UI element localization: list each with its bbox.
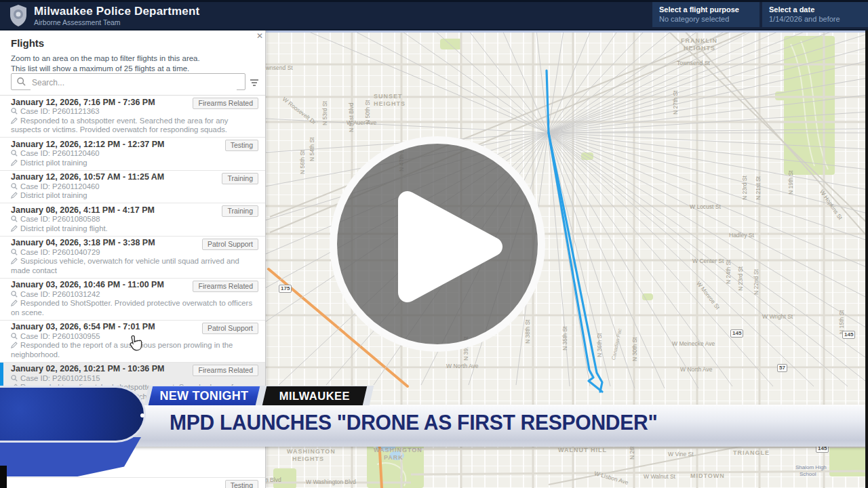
map-street-label: W North Ave: [680, 366, 713, 373]
panel-title: Flights: [11, 37, 44, 49]
flight-purpose-filter-label: Select a flight purpose: [659, 5, 753, 14]
flight-category-badge: Firearms Related: [193, 365, 258, 376]
map-street-label: PARK: [384, 454, 403, 461]
map-street-label: W Washington Blvd: [306, 479, 356, 485]
map-street-label: W Center St: [692, 258, 724, 264]
pencil-icon: [11, 342, 18, 348]
map-street-label: HEIGHTS: [684, 45, 715, 52]
flight-case-id: Case ID: P2601120460: [11, 149, 256, 159]
map-street-label: W Wright St: [762, 313, 793, 320]
map-street-label: N 56th St: [299, 150, 306, 174]
pencil-icon: [11, 300, 18, 306]
flight-list-item[interactable]: Testing Diagnostics troubleshooting of l…: [0, 478, 265, 488]
map-street-label: W Walnut St: [644, 473, 675, 480]
map-street-label: W Roosevelt Dr: [281, 96, 317, 126]
flight-list-item[interactable]: January 02, 2026, 10:21 PM - 10:36 PM Fi…: [0, 363, 265, 405]
flight-category-badge: Firearms Related: [193, 281, 258, 292]
map-street-label: N 26th St: [629, 436, 635, 460]
app-window: Milwaukee Police Department Airborne Ass…: [0, 0, 868, 488]
map-street-label: W Monroe St: [695, 280, 721, 310]
map-street-label: N 35th St: [561, 327, 568, 350]
map-street-label: N 54th St: [309, 138, 315, 161]
case-id-icon: [11, 333, 18, 340]
case-id-icon: [11, 291, 18, 298]
map-street-label: Hadley St: [729, 232, 754, 239]
flight-category-badge: Training: [222, 173, 258, 184]
map-street-label: W Locust St: [690, 203, 721, 210]
flights-panel: ✕ Flights Zoom to an area on the map to …: [0, 30, 266, 488]
pencil-icon: [11, 159, 18, 166]
route-shield: 145: [816, 445, 829, 453]
map-street-label: WALNUT HILL: [558, 447, 607, 453]
map-street-label: FRANKLIN: [681, 37, 717, 44]
flight-list-item[interactable]: January 12, 2026, 10:57 AM - 11:25 AM Tr…: [0, 171, 265, 204]
flight-date-range: January 08, 2026, 4:11 PM - 4:17 PM: [11, 206, 256, 216]
police-badge-icon: [8, 4, 28, 30]
flight-list-item[interactable]: January 08, 2026, 4:11 PM - 4:17 PM Trai…: [0, 203, 265, 237]
flight-description: Responded to a shotspotter event. Search…: [11, 117, 256, 135]
flight-date-range: January 12, 2026, 10:57 AM - 11:25 AM: [11, 173, 256, 182]
flight-description: District pilot training: [11, 159, 256, 168]
flight-purpose-filter[interactable]: Select a flight purpose No category sele…: [652, 2, 760, 27]
flight-list-item[interactable]: January 02, 2026, 8:40 PM - 8:55 PM Fire…: [0, 405, 265, 478]
search-icon: [17, 77, 26, 86]
flight-purpose-filter-value: No category selected: [659, 14, 753, 24]
route-shield: 145: [842, 331, 855, 339]
map-street-label: N 27th St: [672, 91, 679, 115]
flight-case-id: Case ID: P2601120460: [11, 182, 256, 192]
search-input[interactable]: [31, 75, 237, 90]
panel-note-2: This list will show a maximum of 25 flig…: [11, 64, 189, 73]
case-id-icon: [11, 249, 18, 256]
flight-description: Responded to a dispatched shotspotter ev…: [11, 383, 256, 401]
panel-close-icon[interactable]: ✕: [256, 32, 263, 40]
map-street-label: WASHINGTON: [287, 448, 336, 455]
map-street-label: TRIANGLE: [733, 449, 770, 456]
app-subtitle: Airborne Assessment Team: [34, 18, 121, 26]
case-id-icon: [11, 216, 18, 222]
flight-description: District pilot training flight.: [11, 224, 256, 234]
route-shield: 57: [777, 364, 787, 372]
map-street-label: N 19th St: [787, 171, 794, 195]
map-street-label: N 50th St: [364, 100, 371, 124]
map-street-label: HEIGHTS: [292, 455, 324, 462]
map-street-label: N 23rd St: [741, 176, 748, 200]
route-shield: 145: [730, 329, 743, 338]
map-street-label: N 36th St: [596, 333, 603, 357]
map-street-label: MIDTOWN: [690, 472, 725, 479]
flight-list-item[interactable]: January 12, 2026, 7:16 PM - 7:36 PM Fire…: [0, 96, 265, 138]
flight-description: Responded to ShotSpotter. Provided prote…: [11, 299, 256, 317]
pencil-icon: [11, 192, 18, 199]
map-street-label: W Hopkins St: [818, 188, 844, 221]
map-street-label: Shalom High: [795, 464, 827, 470]
flight-category-badge: Patrol Support: [202, 323, 258, 334]
map-street-label: School: [800, 471, 816, 477]
filter-list-icon[interactable]: [250, 77, 259, 89]
map-street-label: n Blvd: [265, 476, 281, 483]
date-filter[interactable]: Select a date 1/14/2026 and before: [762, 2, 868, 27]
map-street-label: N 22nd St: [753, 269, 760, 295]
case-id-icon: [11, 150, 18, 157]
flight-list-item[interactable]: January 12, 2026, 12:12 PM - 12:37 PM Te…: [0, 138, 265, 171]
app-header: Milwaukee Police Department Airborne Ass…: [0, 0, 868, 30]
flight-category-badge: Firearms Related: [193, 407, 258, 418]
case-id-icon: [11, 375, 18, 382]
flight-list-item[interactable]: January 04, 2026, 3:18 PM - 3:38 PM Patr…: [0, 237, 265, 279]
video-corner-black: [0, 466, 7, 488]
map-street-label: N 53rd St: [321, 101, 328, 125]
map-street-label: SUNSET: [374, 93, 403, 100]
map-street-label: Townsend St: [677, 60, 710, 66]
map-street-label: N 21st St: [755, 176, 762, 200]
flight-list-item[interactable]: January 03, 2026, 10:46 PM - 11:00 PM Fi…: [0, 279, 265, 321]
map-street-label: Canadian Pac: [610, 328, 623, 361]
map-street-label: N 30th St: [631, 338, 638, 361]
map-street-label: N 24th St: [725, 260, 732, 284]
play-triangle-icon: [337, 144, 538, 344]
case-id-icon: [11, 108, 18, 115]
flight-category-badge: Training: [222, 205, 258, 217]
map-top-border: [265, 30, 868, 33]
flight-list-item[interactable]: January 03, 2026, 6:54 PM - 7:01 PM Patr…: [0, 321, 265, 363]
flight-description: District pilot training: [11, 191, 256, 201]
video-play-button[interactable]: [330, 136, 545, 352]
map-street-label: W North Ave: [446, 363, 479, 369]
app-title: Milwaukee Police Department: [34, 5, 199, 18]
